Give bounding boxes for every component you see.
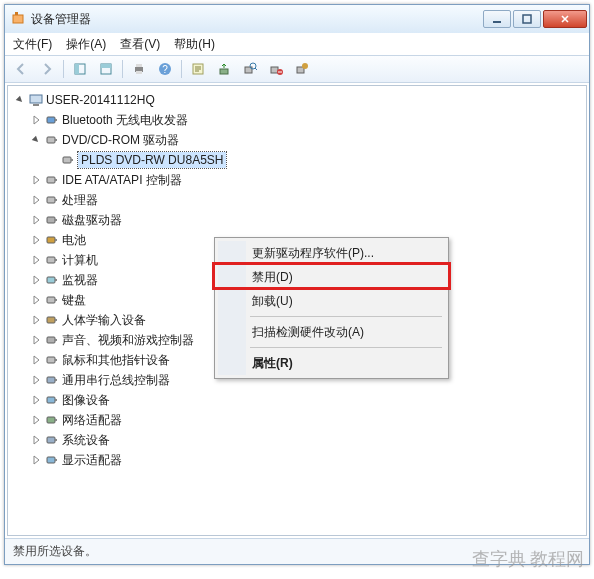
menu-help[interactable]: 帮助(H) (174, 36, 215, 53)
tree-category[interactable]: 磁盘驱动器 (12, 210, 586, 230)
svg-rect-29 (47, 177, 55, 183)
tree-category-label: Bluetooth 无线电收发器 (62, 112, 188, 129)
device-category-icon (44, 432, 60, 448)
scan-hardware-button[interactable] (238, 58, 262, 80)
device-category-icon (44, 352, 60, 368)
device-category-icon (44, 272, 60, 288)
svg-rect-0 (13, 15, 23, 23)
svg-rect-49 (47, 377, 55, 383)
menu-view[interactable]: 查看(V) (120, 36, 160, 53)
tree-category[interactable]: IDE ATA/ATAPI 控制器 (12, 170, 586, 190)
tree-category[interactable]: Bluetooth 无线电收发器 (12, 110, 586, 130)
svg-rect-17 (271, 67, 278, 73)
tree-category-label: 人体学输入设备 (62, 312, 146, 329)
tree-category[interactable]: 系统设备 (12, 430, 586, 450)
device-icon (60, 152, 76, 168)
menu-update-driver[interactable]: 更新驱动程序软件(P)... (218, 241, 445, 265)
menu-action[interactable]: 操作(A) (66, 36, 106, 53)
device-category-icon (44, 132, 60, 148)
tree-category-label: 鼠标和其他指针设备 (62, 352, 170, 369)
svg-rect-31 (47, 197, 55, 203)
svg-rect-54 (55, 419, 57, 421)
svg-rect-38 (55, 259, 57, 261)
watermark: 查字典 教程网 (472, 547, 585, 571)
menu-file[interactable]: 文件(F) (13, 36, 52, 53)
svg-rect-26 (55, 139, 57, 141)
svg-text:?: ? (162, 64, 168, 75)
menu-scan-hardware[interactable]: 扫描检测硬件改动(A) (218, 320, 445, 344)
svg-rect-14 (220, 69, 228, 74)
svg-rect-52 (55, 399, 57, 401)
tree-category-label: 系统设备 (62, 432, 110, 449)
svg-rect-10 (136, 71, 142, 74)
tree-device-label: PLDS DVD-RW DU8A5SH (78, 152, 226, 168)
titlebar[interactable]: 设备管理器 (5, 5, 589, 33)
device-category-icon (44, 412, 60, 428)
computer-icon (28, 92, 44, 108)
menu-uninstall[interactable]: 卸载(U) (218, 289, 445, 313)
svg-rect-44 (55, 319, 57, 321)
tree-category-label: 磁盘驱动器 (62, 212, 122, 229)
device-category-icon (44, 212, 60, 228)
disable-button[interactable] (264, 58, 288, 80)
tree-category[interactable]: DVD/CD-ROM 驱动器 (12, 130, 586, 150)
tree-category-label: 电池 (62, 232, 86, 249)
tree-category-label: 通用串行总线控制器 (62, 372, 170, 389)
svg-rect-42 (55, 299, 57, 301)
app-icon (11, 11, 27, 27)
menu-properties[interactable]: 属性(R) (218, 351, 445, 375)
print-button[interactable] (127, 58, 151, 80)
help-button[interactable]: ? (153, 58, 177, 80)
svg-rect-47 (47, 357, 55, 363)
back-button (9, 58, 33, 80)
view-button-2[interactable] (94, 58, 118, 80)
maximize-button[interactable] (513, 10, 541, 28)
svg-rect-36 (55, 239, 57, 241)
tree-category[interactable]: 显示适配器 (12, 450, 586, 470)
svg-rect-21 (30, 95, 42, 103)
forward-button (35, 58, 59, 80)
svg-rect-35 (47, 237, 55, 243)
svg-rect-56 (55, 439, 57, 441)
status-text: 禁用所选设备。 (13, 543, 97, 560)
tree-category[interactable]: 图像设备 (12, 390, 586, 410)
svg-rect-43 (47, 317, 55, 323)
tree-root-label: USER-20141112HQ (46, 93, 155, 107)
close-button[interactable] (543, 10, 587, 28)
svg-rect-46 (55, 339, 57, 341)
minimize-button[interactable] (483, 10, 511, 28)
context-menu-separator (250, 347, 442, 348)
tree-category-label: DVD/CD-ROM 驱动器 (62, 132, 179, 149)
tree-category-label: 键盘 (62, 292, 86, 309)
device-category-icon (44, 312, 60, 328)
toolbar-separator (63, 60, 64, 78)
svg-rect-53 (47, 417, 55, 423)
tree-device[interactable]: PLDS DVD-RW DU8A5SH (12, 150, 586, 170)
tree-root[interactable]: USER-20141112HQ (12, 90, 586, 110)
device-category-icon (44, 232, 60, 248)
svg-rect-33 (47, 217, 55, 223)
tree-category-label: 图像设备 (62, 392, 110, 409)
svg-rect-2 (493, 21, 501, 23)
svg-rect-58 (55, 459, 57, 461)
device-manager-window: 设备管理器 文件(F) 操作(A) 查看(V) 帮助(H) ? USER-201… (4, 4, 590, 565)
tree-category[interactable]: 处理器 (12, 190, 586, 210)
menu-disable[interactable]: 禁用(D) (218, 265, 445, 289)
device-category-icon (44, 452, 60, 468)
tree-category-label: 计算机 (62, 252, 98, 269)
svg-rect-45 (47, 337, 55, 343)
refresh-button[interactable] (212, 58, 236, 80)
svg-rect-27 (63, 157, 71, 163)
svg-point-20 (302, 63, 308, 69)
view-button-1[interactable] (68, 58, 92, 80)
svg-rect-57 (47, 457, 55, 463)
properties-button[interactable] (186, 58, 210, 80)
svg-rect-50 (55, 379, 57, 381)
device-category-icon (44, 112, 60, 128)
toolbar: ? (5, 55, 589, 83)
device-tree[interactable]: USER-20141112HQBluetooth 无线电收发器DVD/CD-RO… (7, 85, 587, 536)
context-menu-separator (250, 316, 442, 317)
uninstall-button[interactable] (290, 58, 314, 80)
svg-rect-51 (47, 397, 55, 403)
tree-category[interactable]: 网络适配器 (12, 410, 586, 430)
